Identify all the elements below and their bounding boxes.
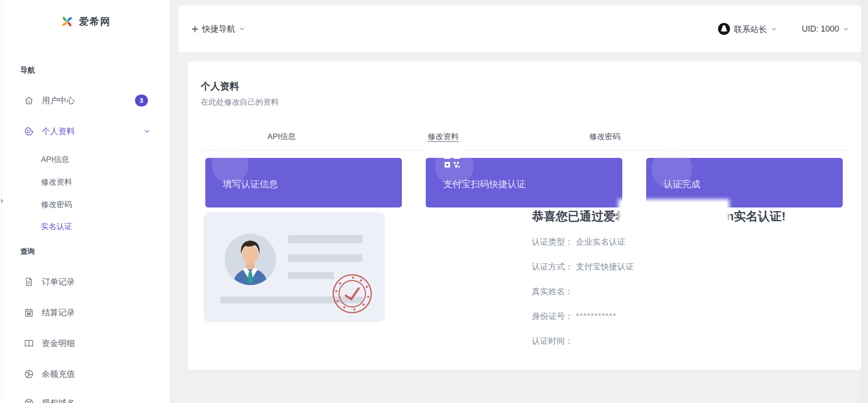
sidebar-item-authorized-domain[interactable]: 授权域名: [24, 396, 75, 403]
sidebar: 爱希网 导航 用户中心 3 个人资料 API信息 修改资料 修改密码 实名认证 …: [0, 0, 170, 403]
contact-owner-button[interactable]: 联系站长: [718, 23, 777, 35]
chevron-down-icon[interactable]: [143, 128, 151, 135]
logo-text: 爱希网: [79, 15, 111, 28]
step-label: 支付宝扫码快捷认证: [443, 178, 526, 190]
aperture-icon: [24, 369, 34, 379]
auth-detail-row: 身份证号： ***********: [532, 304, 634, 329]
step-label: 填写认证信息: [223, 178, 278, 190]
step-auth-complete: 认证完成: [646, 158, 843, 207]
chevron-down-icon: [843, 26, 849, 32]
detail-label: 认证时间：: [532, 336, 573, 347]
idcard-text-line: [288, 272, 334, 279]
sidebar-item-order-records[interactable]: 订单记录: [24, 275, 75, 289]
auth-detail-row: 认证时间：: [532, 329, 634, 353]
redaction-overlay: [621, 202, 727, 230]
uid-dropdown[interactable]: UID: 1000: [802, 24, 849, 34]
tab-edit-password[interactable]: 修改密码: [524, 131, 686, 142]
sidebar-item-label: 结算记录: [42, 307, 75, 318]
detail-value: 支付宝快捷认证: [576, 261, 634, 272]
home-icon: [24, 95, 34, 106]
heading-suffix: n实名认证!: [727, 208, 786, 224]
step-label: 认证完成: [664, 178, 700, 190]
profile-tabs: API信息 修改资料 修改密码: [201, 131, 686, 142]
qr-code-icon: [444, 152, 461, 169]
scrollbar-track[interactable]: [861, 0, 868, 403]
book-icon: [24, 338, 34, 348]
sidebar-collapse-handle[interactable]: [0, 196, 6, 206]
sidebar-subitem-api-info[interactable]: API信息: [41, 153, 69, 165]
detail-label: 身份证号：: [532, 311, 573, 322]
tab-api-info[interactable]: API信息: [201, 131, 362, 142]
id-card-illustration: [203, 212, 385, 322]
cookie-icon: [24, 126, 34, 136]
quick-nav-label: 快捷导航: [202, 23, 235, 34]
page-title: 个人资料: [201, 80, 239, 93]
heading-prefix: 恭喜您已通过爱希: [532, 208, 627, 224]
sidebar-item-user-center[interactable]: 用户中心: [24, 94, 75, 107]
sidebar-item-profile[interactable]: 个人资料: [24, 124, 75, 138]
sidebar-item-label: 用户中心: [42, 95, 75, 106]
auth-detail-row: 认证方式： 支付宝快捷认证: [532, 254, 634, 279]
sidebar-item-label: 个人资料: [42, 126, 75, 137]
auth-steps: 填写认证信息 支付宝扫码快捷认证: [205, 158, 843, 207]
sidebar-item-balance-recharge[interactable]: 余额充值: [24, 367, 75, 381]
tabs-divider: [201, 150, 848, 151]
sidebar-item-label: 订单记录: [42, 276, 75, 287]
step-alipay-scan: 支付宝扫码快捷认证: [426, 158, 622, 207]
contact-owner-label: 联系站长: [734, 23, 767, 34]
detail-value: ***********: [576, 312, 616, 321]
logo[interactable]: 爱希网: [0, 14, 170, 29]
auth-detail-row: 认证类型： 企业实名认证: [532, 229, 634, 254]
sidebar-section-nav: 导航: [20, 66, 35, 75]
file-text-icon: [24, 277, 34, 287]
chevron-down-icon: [239, 26, 245, 32]
sidebar-item-label: 余额充值: [42, 369, 75, 380]
auth-detail-row: 真实姓名：: [532, 279, 634, 304]
detail-value: 企业实名认证: [576, 236, 626, 247]
qq-icon: [718, 23, 730, 35]
sidebar-item-label: 资金明细: [42, 338, 75, 349]
detail-label: 认证方式：: [532, 261, 573, 272]
notification-badge: 3: [135, 95, 148, 106]
profile-card: 个人资料 在此处修改自己的资料 API信息 修改资料 修改密码 填写认证信息: [188, 62, 861, 370]
sidebar-subitem-realname-auth[interactable]: 实名认证: [41, 220, 72, 232]
auth-success-heading: 恭喜您已通过爱希 n实名认证!: [532, 207, 786, 225]
lifebuoy-icon: [24, 398, 34, 403]
idcard-text-line: [288, 235, 363, 243]
sidebar-subitem-edit-password[interactable]: 修改密码: [41, 198, 72, 210]
caret-right-icon: [0, 198, 5, 204]
verified-stamp-icon: [328, 270, 376, 318]
plus-icon: [192, 26, 198, 33]
quick-nav-button[interactable]: 快捷导航: [192, 23, 245, 34]
sidebar-item-settlement-records[interactable]: 结算记录: [24, 306, 75, 319]
tab-edit-profile[interactable]: 修改资料: [362, 131, 524, 142]
sidebar-subitem-edit-profile[interactable]: 修改资料: [41, 176, 72, 188]
step-fill-info: 填写认证信息: [205, 158, 402, 207]
sidebar-section-query: 查询: [20, 247, 35, 257]
detail-label: 认证类型：: [532, 236, 573, 247]
uid-label: UID: 1000: [802, 24, 839, 34]
auth-details: 认证类型： 企业实名认证 认证方式： 支付宝快捷认证 真实姓名： 身份证号： *…: [532, 229, 634, 353]
topbar: 快捷导航 联系站长 UID: 1000: [179, 6, 861, 52]
app-root: 爱希网 导航 用户中心 3 个人资料 API信息 修改资料 修改密码 实名认证 …: [0, 0, 868, 403]
page-subtitle: 在此处修改自己的资料: [201, 97, 279, 107]
pinwheel-logo-icon: [59, 14, 75, 29]
detail-label: 真实姓名：: [532, 286, 573, 297]
sidebar-item-fund-details[interactable]: 资金明细: [24, 336, 75, 350]
avatar: [225, 234, 276, 285]
chevron-down-icon: [771, 26, 777, 32]
idcard-text-line: [288, 254, 362, 262]
sidebar-item-label: 授权域名: [42, 397, 75, 403]
calendar-icon: [24, 308, 34, 318]
person-illustration: [225, 234, 276, 285]
